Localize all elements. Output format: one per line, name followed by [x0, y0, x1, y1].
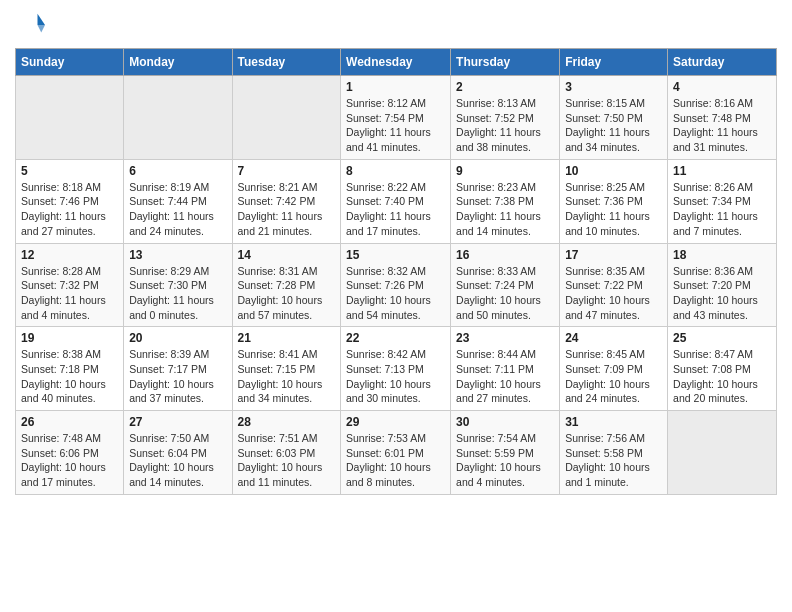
page-header	[15, 10, 777, 40]
day-info: Sunrise: 8:38 AM Sunset: 7:18 PM Dayligh…	[21, 347, 118, 406]
calendar-week-row: 19Sunrise: 8:38 AM Sunset: 7:18 PM Dayli…	[16, 327, 777, 411]
day-info: Sunrise: 8:39 AM Sunset: 7:17 PM Dayligh…	[129, 347, 226, 406]
day-info: Sunrise: 8:13 AM Sunset: 7:52 PM Dayligh…	[456, 96, 554, 155]
calendar-cell: 17Sunrise: 8:35 AM Sunset: 7:22 PM Dayli…	[560, 243, 668, 327]
calendar-cell	[668, 411, 777, 495]
day-info: Sunrise: 7:51 AM Sunset: 6:03 PM Dayligh…	[238, 431, 336, 490]
day-number: 15	[346, 248, 445, 262]
day-info: Sunrise: 8:25 AM Sunset: 7:36 PM Dayligh…	[565, 180, 662, 239]
calendar-cell: 20Sunrise: 8:39 AM Sunset: 7:17 PM Dayli…	[124, 327, 232, 411]
day-info: Sunrise: 8:31 AM Sunset: 7:28 PM Dayligh…	[238, 264, 336, 323]
svg-marker-1	[38, 25, 46, 33]
day-number: 12	[21, 248, 118, 262]
day-of-week-header: Saturday	[668, 49, 777, 76]
calendar-cell: 10Sunrise: 8:25 AM Sunset: 7:36 PM Dayli…	[560, 159, 668, 243]
day-info: Sunrise: 8:41 AM Sunset: 7:15 PM Dayligh…	[238, 347, 336, 406]
day-info: Sunrise: 7:53 AM Sunset: 6:01 PM Dayligh…	[346, 431, 445, 490]
day-number: 8	[346, 164, 445, 178]
day-info: Sunrise: 8:26 AM Sunset: 7:34 PM Dayligh…	[673, 180, 771, 239]
day-number: 2	[456, 80, 554, 94]
day-number: 14	[238, 248, 336, 262]
day-number: 5	[21, 164, 118, 178]
calendar-cell: 8Sunrise: 8:22 AM Sunset: 7:40 PM Daylig…	[341, 159, 451, 243]
day-info: Sunrise: 8:21 AM Sunset: 7:42 PM Dayligh…	[238, 180, 336, 239]
calendar-table: SundayMondayTuesdayWednesdayThursdayFrid…	[15, 48, 777, 495]
calendar-cell: 7Sunrise: 8:21 AM Sunset: 7:42 PM Daylig…	[232, 159, 341, 243]
day-info: Sunrise: 8:32 AM Sunset: 7:26 PM Dayligh…	[346, 264, 445, 323]
logo	[15, 10, 49, 40]
calendar-cell: 4Sunrise: 8:16 AM Sunset: 7:48 PM Daylig…	[668, 76, 777, 160]
calendar-cell: 22Sunrise: 8:42 AM Sunset: 7:13 PM Dayli…	[341, 327, 451, 411]
day-info: Sunrise: 8:29 AM Sunset: 7:30 PM Dayligh…	[129, 264, 226, 323]
calendar-cell: 11Sunrise: 8:26 AM Sunset: 7:34 PM Dayli…	[668, 159, 777, 243]
calendar-cell: 12Sunrise: 8:28 AM Sunset: 7:32 PM Dayli…	[16, 243, 124, 327]
day-number: 18	[673, 248, 771, 262]
day-info: Sunrise: 8:47 AM Sunset: 7:08 PM Dayligh…	[673, 347, 771, 406]
day-info: Sunrise: 7:56 AM Sunset: 5:58 PM Dayligh…	[565, 431, 662, 490]
day-number: 23	[456, 331, 554, 345]
calendar-header-row: SundayMondayTuesdayWednesdayThursdayFrid…	[16, 49, 777, 76]
day-number: 19	[21, 331, 118, 345]
calendar-cell: 19Sunrise: 8:38 AM Sunset: 7:18 PM Dayli…	[16, 327, 124, 411]
calendar-cell: 28Sunrise: 7:51 AM Sunset: 6:03 PM Dayli…	[232, 411, 341, 495]
day-number: 30	[456, 415, 554, 429]
day-number: 6	[129, 164, 226, 178]
day-number: 20	[129, 331, 226, 345]
day-number: 22	[346, 331, 445, 345]
day-number: 25	[673, 331, 771, 345]
day-of-week-header: Monday	[124, 49, 232, 76]
calendar-cell: 3Sunrise: 8:15 AM Sunset: 7:50 PM Daylig…	[560, 76, 668, 160]
day-info: Sunrise: 8:23 AM Sunset: 7:38 PM Dayligh…	[456, 180, 554, 239]
day-number: 17	[565, 248, 662, 262]
day-info: Sunrise: 8:44 AM Sunset: 7:11 PM Dayligh…	[456, 347, 554, 406]
calendar-cell: 14Sunrise: 8:31 AM Sunset: 7:28 PM Dayli…	[232, 243, 341, 327]
calendar-cell	[16, 76, 124, 160]
day-of-week-header: Sunday	[16, 49, 124, 76]
day-info: Sunrise: 8:22 AM Sunset: 7:40 PM Dayligh…	[346, 180, 445, 239]
day-number: 31	[565, 415, 662, 429]
calendar-cell: 27Sunrise: 7:50 AM Sunset: 6:04 PM Dayli…	[124, 411, 232, 495]
calendar-cell: 9Sunrise: 8:23 AM Sunset: 7:38 PM Daylig…	[451, 159, 560, 243]
day-of-week-header: Thursday	[451, 49, 560, 76]
calendar-week-row: 26Sunrise: 7:48 AM Sunset: 6:06 PM Dayli…	[16, 411, 777, 495]
day-info: Sunrise: 8:36 AM Sunset: 7:20 PM Dayligh…	[673, 264, 771, 323]
day-info: Sunrise: 7:54 AM Sunset: 5:59 PM Dayligh…	[456, 431, 554, 490]
day-number: 9	[456, 164, 554, 178]
calendar-cell	[232, 76, 341, 160]
day-info: Sunrise: 8:33 AM Sunset: 7:24 PM Dayligh…	[456, 264, 554, 323]
day-info: Sunrise: 7:48 AM Sunset: 6:06 PM Dayligh…	[21, 431, 118, 490]
calendar-cell: 5Sunrise: 8:18 AM Sunset: 7:46 PM Daylig…	[16, 159, 124, 243]
day-number: 26	[21, 415, 118, 429]
calendar-cell: 6Sunrise: 8:19 AM Sunset: 7:44 PM Daylig…	[124, 159, 232, 243]
day-info: Sunrise: 8:19 AM Sunset: 7:44 PM Dayligh…	[129, 180, 226, 239]
day-of-week-header: Friday	[560, 49, 668, 76]
day-number: 11	[673, 164, 771, 178]
day-number: 1	[346, 80, 445, 94]
day-info: Sunrise: 8:35 AM Sunset: 7:22 PM Dayligh…	[565, 264, 662, 323]
calendar-cell: 24Sunrise: 8:45 AM Sunset: 7:09 PM Dayli…	[560, 327, 668, 411]
svg-marker-0	[38, 14, 46, 25]
calendar-cell: 13Sunrise: 8:29 AM Sunset: 7:30 PM Dayli…	[124, 243, 232, 327]
calendar-cell: 2Sunrise: 8:13 AM Sunset: 7:52 PM Daylig…	[451, 76, 560, 160]
day-number: 3	[565, 80, 662, 94]
calendar-cell: 26Sunrise: 7:48 AM Sunset: 6:06 PM Dayli…	[16, 411, 124, 495]
calendar-cell: 23Sunrise: 8:44 AM Sunset: 7:11 PM Dayli…	[451, 327, 560, 411]
day-number: 21	[238, 331, 336, 345]
day-info: Sunrise: 8:12 AM Sunset: 7:54 PM Dayligh…	[346, 96, 445, 155]
calendar-cell	[124, 76, 232, 160]
calendar-cell: 21Sunrise: 8:41 AM Sunset: 7:15 PM Dayli…	[232, 327, 341, 411]
day-number: 7	[238, 164, 336, 178]
day-number: 29	[346, 415, 445, 429]
calendar-cell: 16Sunrise: 8:33 AM Sunset: 7:24 PM Dayli…	[451, 243, 560, 327]
day-info: Sunrise: 8:42 AM Sunset: 7:13 PM Dayligh…	[346, 347, 445, 406]
calendar-cell: 29Sunrise: 7:53 AM Sunset: 6:01 PM Dayli…	[341, 411, 451, 495]
day-number: 4	[673, 80, 771, 94]
day-number: 13	[129, 248, 226, 262]
calendar-cell: 15Sunrise: 8:32 AM Sunset: 7:26 PM Dayli…	[341, 243, 451, 327]
calendar-cell: 31Sunrise: 7:56 AM Sunset: 5:58 PM Dayli…	[560, 411, 668, 495]
day-number: 24	[565, 331, 662, 345]
day-info: Sunrise: 7:50 AM Sunset: 6:04 PM Dayligh…	[129, 431, 226, 490]
day-number: 27	[129, 415, 226, 429]
logo-icon	[15, 10, 45, 40]
calendar-week-row: 5Sunrise: 8:18 AM Sunset: 7:46 PM Daylig…	[16, 159, 777, 243]
